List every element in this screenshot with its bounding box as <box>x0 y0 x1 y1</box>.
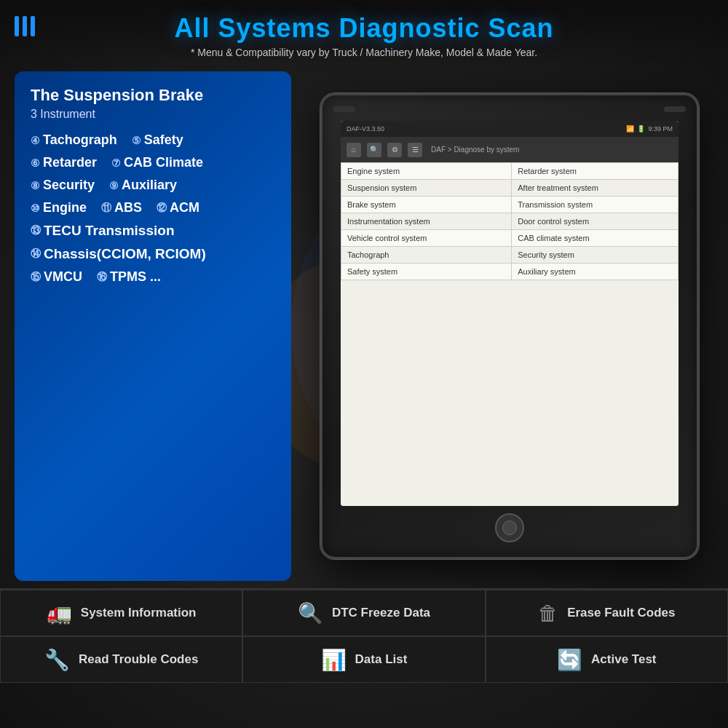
label-tpms: TPMS ... <box>110 269 161 285</box>
label-auxiliary: Auxiliary <box>122 178 177 193</box>
label-retarder: Retarder <box>43 155 97 170</box>
dtc-freeze-label: DTC Freeze Data <box>332 606 430 620</box>
system-cell-right[interactable]: Door control system <box>512 213 678 230</box>
tablet-home-button[interactable] <box>495 513 524 542</box>
nav-settings-icon[interactable]: ⚙ <box>387 143 402 157</box>
table-row[interactable]: Instrumentation systemDoor control syste… <box>341 213 678 230</box>
nav-home-icon[interactable]: ⌂ <box>347 143 361 157</box>
system-items-list: ④ Tachograph ⑤ Safety ⑥ Retarder ⑦ CAB C… <box>31 132 275 285</box>
bottom-erase-fault[interactable]: 🗑 Erase Fault Codes <box>486 590 728 636</box>
table-row[interactable]: Brake systemTransmission system <box>341 197 678 213</box>
system-item-safety: ⑤ Safety <box>132 132 183 148</box>
system-cell-left[interactable]: Engine system <box>341 163 512 180</box>
label-security: Security <box>43 178 95 193</box>
nav-search-icon[interactable]: 🔍 <box>367 143 381 157</box>
num-11: ⑪ <box>101 202 111 215</box>
tablet-grip-bottom-right <box>697 484 699 513</box>
system-info-label: System Information <box>81 606 197 620</box>
tablet-grip-top-left <box>333 106 355 112</box>
system-cell-left[interactable]: Tachograph <box>341 247 512 264</box>
system-item-cab-climate: ⑦ CAB Climate <box>111 155 203 170</box>
label-cab-climate: CAB Climate <box>124 155 203 170</box>
bottom-active-test[interactable]: 🔄 Active Test <box>486 636 728 683</box>
bottom-dtc-freeze[interactable]: 🔍 DTC Freeze Data <box>242 590 485 636</box>
system-cell-right[interactable]: Security system <box>512 247 678 264</box>
wifi-icon: 📶 <box>626 125 634 132</box>
num-10: ⑩ <box>31 202 40 214</box>
label-tecu: TECU Transmission <box>44 223 175 239</box>
right-area: DAF-V3.3.50 📶 🔋 9:39 PM ⌂ 🔍 ⚙ ☰ DAF <box>306 71 713 581</box>
nav-menu-icon[interactable]: ☰ <box>408 143 422 157</box>
system-cell-right[interactable]: After treatment system <box>512 180 678 197</box>
system-item-security: ⑧ Security <box>31 178 95 193</box>
table-row[interactable]: TachographSecurity system <box>341 247 678 264</box>
system-item-tpms: ⑯ TPMS ... <box>97 269 161 285</box>
screen-breadcrumb: DAF > Diagnose by system <box>431 146 519 154</box>
bottom-read-trouble[interactable]: 🔧 Read Trouble Codes <box>0 636 242 683</box>
label-chassis: Chassis(CCIOM, RCIOM) <box>44 246 206 262</box>
home-button-inner <box>502 521 517 535</box>
battery-icon: 🔋 <box>637 125 645 132</box>
screen-status-bar: DAF-V3.3.50 📶 🔋 9:39 PM <box>341 121 678 137</box>
active-test-icon: 🔄 <box>557 648 582 672</box>
time-display: 9:39 PM <box>648 125 673 132</box>
table-row[interactable]: Vehicle control systemCAB climate system <box>341 230 678 247</box>
active-test-label: Active Test <box>591 652 656 667</box>
label-safety: Safety <box>144 132 183 148</box>
num-8: ⑧ <box>31 180 40 191</box>
num-6: ⑥ <box>31 157 40 169</box>
header-bars <box>15 16 35 36</box>
panel-subtitle: 3 Instrument <box>31 108 275 121</box>
bottom-toolbar: 🚛 System Information 🔍 DTC Freeze Data 🗑… <box>0 588 728 683</box>
num-5: ⑤ <box>132 135 141 146</box>
system-cell-left[interactable]: Brake system <box>341 197 512 213</box>
panel-title: The Suspension Brake <box>31 86 275 105</box>
system-item-abs: ⑪ ABS <box>101 200 142 215</box>
system-item-tecu: ⑬ TECU Transmission <box>31 223 175 239</box>
system-row-4: ⑩ Engine ⑪ ABS ⑫ ACM <box>31 200 275 215</box>
read-trouble-icon: 🔧 <box>44 648 70 672</box>
num-7: ⑦ <box>111 157 121 169</box>
system-cell-right[interactable]: Auxiliary system <box>512 264 678 280</box>
screen-model-text: DAF-V3.3.50 <box>347 125 384 132</box>
system-row-7: ⑮ VMCU ⑯ TPMS ... <box>31 269 275 285</box>
read-trouble-label: Read Trouble Codes <box>79 652 198 667</box>
system-row-5: ⑬ TECU Transmission <box>31 223 275 239</box>
num-4: ④ <box>31 135 40 146</box>
table-row[interactable]: Engine systemRetarder system <box>341 163 678 180</box>
left-info-panel: The Suspension Brake 3 Instrument ④ Tach… <box>15 71 291 581</box>
system-cell-left[interactable]: Vehicle control system <box>341 230 512 247</box>
main-subtitle: * Menu & Compatibility vary by Truck / M… <box>15 47 713 58</box>
tablet-grip-bottom-left <box>320 484 323 513</box>
bottom-system-information[interactable]: 🚛 System Information <box>0 590 242 636</box>
data-list-icon: 📊 <box>321 648 347 672</box>
dtc-freeze-icon: 🔍 <box>298 601 323 625</box>
system-item-auxiliary: ⑨ Auxiliary <box>109 178 177 193</box>
label-vmcu: VMCU <box>44 269 82 285</box>
system-cell-right[interactable]: Transmission system <box>512 197 678 213</box>
label-engine: Engine <box>43 200 87 215</box>
system-cell-right[interactable]: Retarder system <box>512 163 678 180</box>
bottom-data-list[interactable]: 📊 Data List <box>242 636 485 683</box>
header: All Systems Diagnostic Scan * Menu & Com… <box>0 0 728 64</box>
screen-system-table-container: Engine systemRetarder systemSuspension s… <box>341 162 678 506</box>
screen-nav-bar: ⌂ 🔍 ⚙ ☰ DAF > Diagnose by system <box>341 137 678 162</box>
system-cell-right[interactable]: CAB climate system <box>512 230 678 247</box>
system-cell-left[interactable]: Suspension system <box>341 180 512 197</box>
system-row-1: ④ Tachograph ⑤ Safety <box>31 132 275 148</box>
label-acm: ACM <box>170 200 199 215</box>
system-item-tachograph: ④ Tachograph <box>31 132 117 148</box>
tablet-grip-top-right <box>664 106 686 112</box>
table-row[interactable]: Safety systemAuxiliary system <box>341 264 678 280</box>
system-cell-left[interactable]: Instrumentation system <box>341 213 512 230</box>
table-row[interactable]: Suspension systemAfter treatment system <box>341 180 678 197</box>
system-cell-left[interactable]: Safety system <box>341 264 512 280</box>
num-12: ⑫ <box>157 202 167 215</box>
data-list-label: Data List <box>355 652 408 667</box>
erase-fault-label: Erase Fault Codes <box>567 606 675 620</box>
num-13: ⑬ <box>31 224 41 237</box>
system-item-retarder: ⑥ Retarder <box>31 155 97 170</box>
bar-2 <box>23 16 27 36</box>
tablet-wrapper: DAF-V3.3.50 📶 🔋 9:39 PM ⌂ 🔍 ⚙ ☰ DAF <box>320 93 699 559</box>
label-abs: ABS <box>114 200 142 215</box>
